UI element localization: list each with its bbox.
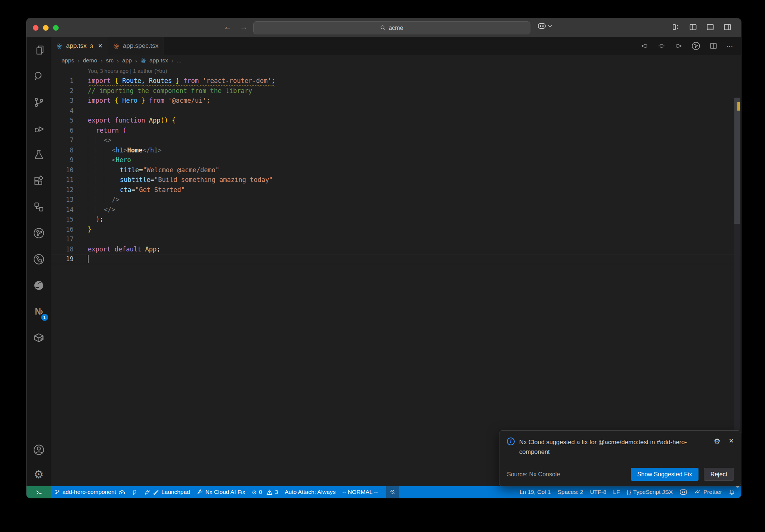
code-line[interactable]: 13 /> [51,195,741,205]
sidebar-item-remote-explorer[interactable] [27,194,51,220]
prettier-status[interactable]: ✓✓ Prettier [691,486,725,498]
breadcrumb-item[interactable]: src [106,57,114,64]
line-number: 10 [51,165,74,175]
forward-arrow-icon[interactable]: → [240,22,248,31]
reject-button[interactable]: Reject [704,468,734,481]
eol-status[interactable]: LF [610,486,623,498]
language-mode-status[interactable]: { } TypeScript JSX [623,486,676,498]
double-check-icon: ✓✓ [694,489,701,495]
vim-mode-status[interactable]: -- NORMAL -- [339,486,381,498]
auto-attach-status[interactable]: Auto Attach: Always [281,486,339,498]
back-arrow-icon[interactable]: ← [224,22,232,31]
close-tab-icon[interactable]: ✕ [98,43,103,49]
toggle-panel-icon[interactable] [706,23,714,31]
next-change-icon[interactable] [674,42,682,50]
git-branch-icon [33,96,45,108]
zoom-status[interactable] [386,486,399,498]
code-line[interactable]: 12 cta="Get Started" [51,185,741,195]
more-actions-icon[interactable]: ⋯ [726,42,734,50]
notification-close-icon[interactable]: ✕ [729,437,734,445]
launchpad-status[interactable]: Launchpad [141,486,193,498]
breadcrumb-item[interactable]: ... [177,57,182,64]
code-line[interactable]: 3import { Hero } from '@acme/ui'; [51,96,741,106]
titlebar[interactable]: ← → acme [27,18,741,37]
breadcrumb-item[interactable]: app [122,57,132,64]
code-line[interactable]: 4 [51,106,741,116]
commit-graph-icon[interactable] [691,41,701,51]
code-line[interactable]: 6 return ( [51,126,741,136]
code-line[interactable]: 8 <h1>Home</h1> [51,145,741,155]
code-line[interactable]: 18export default App; [51,244,741,254]
line-number: 12 [51,185,74,195]
previous-change-icon[interactable] [641,42,649,50]
code-line[interactable]: 10 title="Welcmoe @acme/demo" [51,165,741,175]
sidebar-item-search[interactable] [27,63,51,89]
status-bar: add-hero-component Launchpad [27,486,741,498]
split-editor-icon[interactable] [709,42,718,50]
source-control-graph-status[interactable] [128,486,141,498]
sidebar-item-gitlens-inspect[interactable] [27,246,51,272]
minimize-window-button[interactable] [43,25,49,31]
remote-indicator[interactable] [27,486,51,498]
problems-status[interactable]: ⊘ 0 3 [248,486,281,498]
sidebar-item-explorer[interactable] [27,37,51,63]
sidebar-item-edge-devtools[interactable] [27,272,51,299]
editor-scrollbar[interactable] [734,98,740,485]
breadcrumb-separator: › [117,58,119,64]
code-line[interactable]: 19 [51,254,741,264]
close-window-button[interactable] [33,25,38,31]
code-line[interactable]: 16} [51,225,741,235]
sidebar-item-containers[interactable] [27,325,51,351]
sidebar-item-nx-console[interactable]: N› 1 [27,299,51,325]
tab-app-spec-tsx[interactable]: app.spec.tsx [108,37,164,55]
activity-bar: N› 1 ⚙ [27,37,51,486]
code-line[interactable]: 9 <Hero [51,155,741,165]
breadcrumb-item[interactable]: app.tsx [149,57,168,64]
breadcrumb-separator: › [171,58,173,64]
notification-gear-icon[interactable]: ⚙ [714,437,721,445]
copilot-menu[interactable] [538,23,552,29]
breadcrumb-item[interactable]: demo [83,57,97,64]
sidebar-item-testing[interactable] [27,142,51,168]
toggle-secondary-sidebar-icon[interactable] [724,23,731,31]
tab-app-tsx[interactable]: app.tsx 3 ✕ [51,37,108,55]
copilot-status[interactable] [676,486,691,498]
code-line[interactable]: 17 [51,234,741,244]
breadcrumb-item[interactable]: apps [62,57,74,64]
code-line[interactable]: 5export function App() { [51,115,741,126]
accounts-button[interactable] [27,437,51,463]
code-line[interactable]: 14 </> [51,205,741,215]
sidebar-item-run-debug[interactable] [27,115,51,142]
error-count: 0 [259,489,262,495]
notification-toast: i Nx Cloud suggested a fix for @acme/dem… [499,430,741,486]
settings-button[interactable]: ⚙ [27,463,51,486]
zoom-window-button[interactable] [53,25,59,31]
git-branch-status[interactable]: add-hero-component [51,486,128,498]
show-suggested-fix-button[interactable]: Show Suggested Fix [631,468,699,481]
code-line[interactable]: 11 subtitle="Build something amazing tod… [51,175,741,185]
code-line[interactable]: 7 <> [51,135,741,145]
encoding-status[interactable]: UTF-8 [586,486,610,498]
code-line[interactable]: 15 ); [51,214,741,225]
indentation-status[interactable]: Spaces: 2 [554,486,586,498]
breadcrumb[interactable]: apps › demo › src › app › app.tsx › ... [51,55,741,66]
change-indicator-icon[interactable] [657,42,666,50]
toggle-primary-sidebar-icon[interactable] [689,23,697,31]
linked-boxes-icon [33,201,45,213]
error-icon: ⊘ [252,489,257,495]
git-branch-icon [55,489,60,495]
cursor-position-status[interactable]: Ln 19, Col 1 [516,486,554,498]
code-line[interactable]: 2// importing the component from the lib… [51,86,741,96]
sidebar-item-source-control[interactable] [27,89,51,115]
customize-layout-icon[interactable] [672,23,680,31]
publish-cloud-icon [118,489,125,495]
code-editor[interactable]: You, 3 hours ago | 1 author (You) 1impor… [51,66,741,486]
command-center-search[interactable]: acme [253,21,530,34]
nx-cloud-fix-status[interactable]: Nx Cloud AI Fix [193,486,249,498]
code-line[interactable]: 1import { Route, Routes } from 'react-ro… [51,76,741,86]
notifications-bell[interactable] [725,486,738,498]
sidebar-item-gitlens[interactable] [27,220,51,246]
copilot-icon [679,489,687,495]
sidebar-item-extensions[interactable] [27,168,51,194]
scrollbar-thumb[interactable] [734,98,740,224]
